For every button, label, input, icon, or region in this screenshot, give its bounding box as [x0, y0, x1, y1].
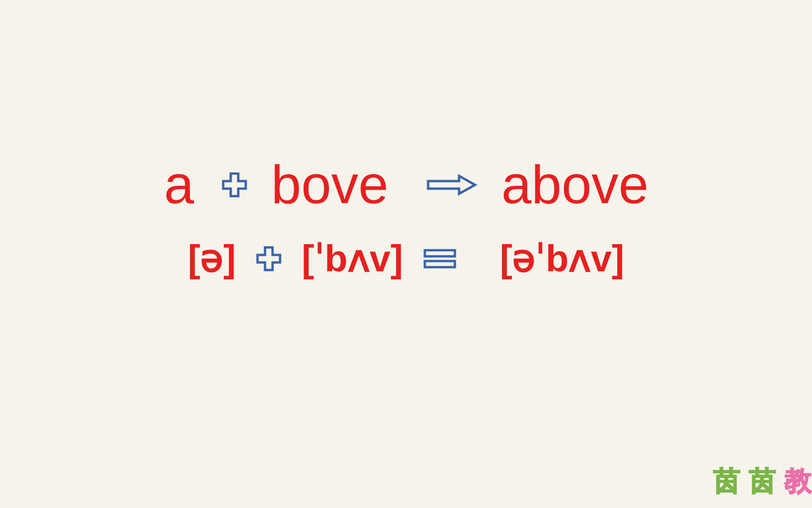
phonetic-result: [əˈbʌv]: [500, 240, 625, 278]
watermark-char-3: 教: [785, 465, 812, 496]
watermark-char-2: 茵: [749, 465, 776, 496]
watermark-char-1: 茵: [713, 465, 741, 496]
word-part-a: a: [160, 158, 198, 212]
word-part-bove: bove: [271, 158, 403, 212]
watermark: 茵茵教: [713, 463, 812, 500]
plus-icon: [221, 172, 248, 198]
phonetic-equation-row: [ə] [ˈbʌv] [əˈbʌv]: [188, 240, 625, 278]
svg-rect-1: [425, 261, 455, 267]
equals-icon: [423, 248, 457, 269]
svg-rect-0: [425, 250, 455, 256]
phonetic-part-bov: [ˈbʌv]: [302, 240, 403, 278]
word-result-above: above: [501, 158, 652, 212]
word-equation-row: a bove above: [160, 158, 652, 212]
plus-icon: [256, 246, 282, 272]
slide-content: a bove above [ə] [ˈbʌv] [əˈbʌv]: [0, 158, 812, 278]
arrow-right-icon: [426, 173, 478, 197]
phonetic-part-schwa: [ə]: [188, 240, 236, 278]
